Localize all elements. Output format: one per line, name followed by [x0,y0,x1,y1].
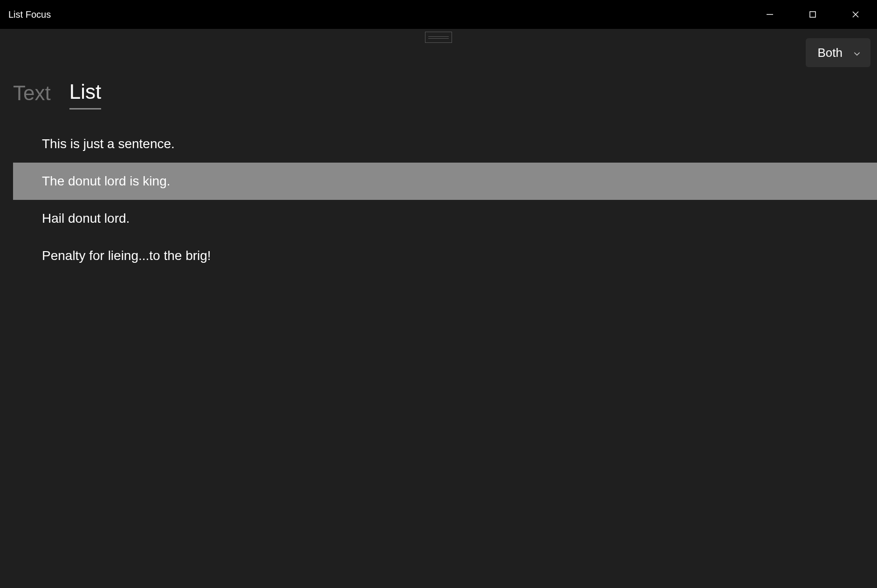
grip-line-icon [428,38,449,39]
list-item[interactable]: This is just a sentence. [13,125,877,163]
svg-rect-1 [810,12,815,17]
window-title: List Focus [8,9,51,20]
titlebar: List Focus [0,0,877,29]
list-item[interactable]: The donut lord is king. [13,163,877,200]
tab-text[interactable]: Text [13,82,51,109]
grip-line-icon [428,36,449,37]
chevron-down-icon [853,49,861,58]
content-area: Both Text List This is just a sentence. … [0,29,877,588]
close-button[interactable] [834,0,877,29]
minimize-button[interactable] [748,0,791,29]
tab-list[interactable]: List [69,80,101,109]
list-item[interactable]: Hail donut lord. [13,200,877,237]
maximize-button[interactable] [791,0,834,29]
minimize-icon [766,11,774,18]
dropdown-selected-label: Both [818,46,843,60]
app-window: List Focus Both Text List This [0,0,877,588]
list-view: This is just a sentence. The donut lord … [0,125,877,274]
view-dropdown[interactable]: Both [806,38,871,67]
list-item[interactable]: Penalty for lieing...to the brig! [13,237,877,274]
close-icon [852,11,859,18]
window-controls [748,0,877,29]
grip-handle[interactable] [425,32,452,43]
maximize-icon [809,11,816,18]
